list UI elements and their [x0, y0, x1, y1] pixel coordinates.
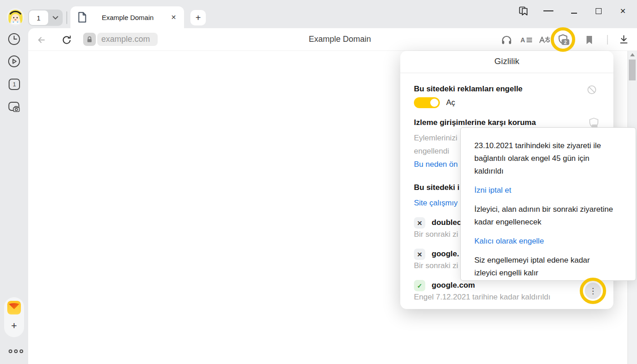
- revoke-permission-link[interactable]: İzni iptal et: [474, 184, 626, 197]
- menu-icon[interactable]: [543, 6, 553, 16]
- tab-close-icon[interactable]: ✕: [169, 12, 179, 22]
- download-icon[interactable]: [618, 34, 630, 45]
- tracker-blocked-icon[interactable]: ✕: [414, 249, 425, 260]
- tracker-note: Bir sonraki zi: [414, 230, 458, 239]
- trackers-list-title: Bu sitedeki i: [414, 183, 459, 192]
- scrollbar-thumb[interactable]: [629, 60, 636, 80]
- tab-group-count[interactable]: 1: [29, 10, 48, 25]
- annotation-ring-more-button: [580, 278, 606, 304]
- annotation-ring-shield: [551, 27, 575, 52]
- play-media-icon[interactable]: [8, 55, 20, 68]
- screenshot-camera-icon[interactable]: [8, 100, 20, 113]
- add-app-button[interactable]: +: [8, 319, 20, 332]
- minimize-button[interactable]: [569, 6, 579, 16]
- tracker-domain: doublec: [432, 218, 461, 227]
- tracker-note: Engel 7.12.2021 tarihine kadar kaldırıld…: [414, 293, 551, 302]
- translate-icon[interactable]: [539, 34, 551, 46]
- history-icon[interactable]: [8, 33, 20, 45]
- tab-group-button[interactable]: 1: [28, 10, 63, 26]
- tracking-section-title: Izleme girişimlerine karşı koruma: [414, 118, 536, 127]
- no-ads-icon: [587, 85, 597, 96]
- page-favicon-icon: [78, 12, 87, 23]
- popup-title: Gizlilik: [400, 56, 613, 66]
- scrollbar-up-arrow[interactable]: [630, 53, 635, 56]
- tracker-domain: google.: [432, 249, 459, 259]
- why-important-link[interactable]: Bu neden ön: [414, 160, 458, 169]
- reload-icon[interactable]: [61, 34, 73, 46]
- browser-window: 1 Example Domain ✕ + ✕ 1: [0, 0, 637, 364]
- toggle-state-label: Aç: [446, 98, 455, 107]
- maximize-button[interactable]: [593, 6, 603, 16]
- tab-title: Example Domain: [87, 14, 169, 21]
- tooltip-text-2: İzleyici, alan adının bir sonraki ziyare…: [474, 203, 626, 229]
- reader-mode-icon[interactable]: A: [520, 34, 532, 46]
- tracker-allowed-icon[interactable]: ✓: [414, 280, 425, 291]
- toggle-knob: [430, 99, 438, 107]
- chevron-down-icon[interactable]: [48, 15, 63, 20]
- tracker-note: Bir sonraki zi: [414, 261, 458, 270]
- profile-avatar[interactable]: [7, 8, 24, 25]
- bookmark-icon[interactable]: [583, 34, 595, 46]
- listen-headphones-icon[interactable]: [501, 34, 513, 46]
- address-bar[interactable]: example.com: [97, 33, 158, 46]
- block-permanently-link[interactable]: Kalıcı olarak engelle: [474, 235, 626, 248]
- tooltip-text-1: 23.10.2021 tarihindeki site ziyareti ile…: [474, 140, 621, 178]
- url-text: example.com: [101, 35, 150, 44]
- site-not-working-link[interactable]: Site çalışmıy: [414, 199, 458, 208]
- tracker-tooltip: 23.10.2021 tarihindeki site ziyareti ile…: [460, 127, 636, 281]
- tooltip-text-3: Siz engellemeyi iptal edene kadar izleyi…: [474, 254, 598, 279]
- sidebar-more-icon[interactable]: [9, 349, 23, 353]
- yandex-mail-icon[interactable]: [7, 301, 21, 314]
- tracker-domain: google.com: [432, 281, 475, 290]
- back-icon[interactable]: [35, 34, 47, 46]
- tracker-blocked-icon[interactable]: ✕: [414, 217, 425, 229]
- adblock-toggle[interactable]: [414, 97, 440, 108]
- tracking-description-line1: Eylemlerinizi: [414, 134, 457, 143]
- tabstrip-separator: [66, 11, 67, 24]
- sidebar-tab-counter[interactable]: 1: [9, 79, 20, 90]
- side-panels-icon[interactable]: [518, 6, 528, 16]
- girl-avatar-icon: [7, 8, 24, 25]
- ads-section-title: Bu sitedeki reklamları engelle: [414, 85, 523, 94]
- tab-example-domain[interactable]: Example Domain ✕: [70, 6, 184, 28]
- tracking-description-line2: engellendi: [414, 147, 449, 156]
- popup-header-divider: [400, 73, 613, 73]
- toolbar-separator: [607, 35, 608, 45]
- page-title: Example Domain: [272, 35, 408, 44]
- new-tab-button[interactable]: +: [190, 10, 206, 25]
- lock-icon[interactable]: [83, 33, 96, 46]
- window-close-button[interactable]: ✕: [618, 6, 628, 16]
